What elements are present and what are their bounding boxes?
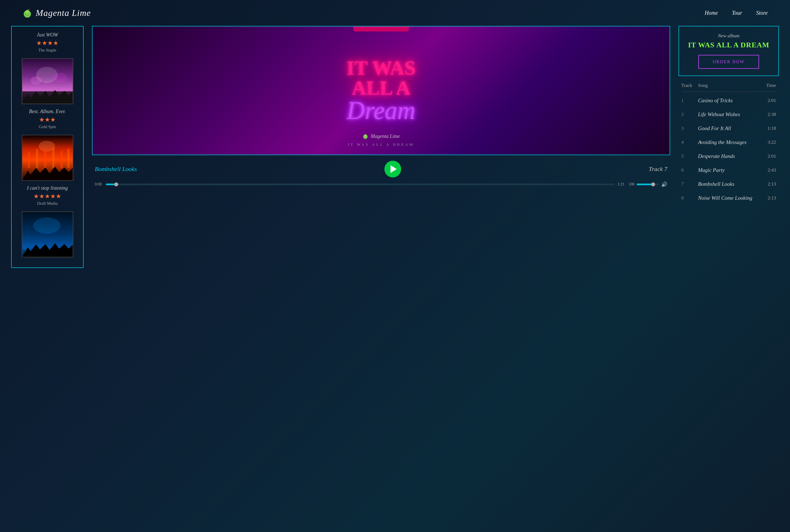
track-num: 6 xyxy=(681,167,698,173)
track-row[interactable]: 5 Desperate Hands 2:01 xyxy=(681,149,776,163)
review-2-source: Gold Spin xyxy=(16,125,79,129)
review-image-1 xyxy=(22,58,73,104)
progress-fill xyxy=(106,184,116,185)
lights-1 xyxy=(22,59,73,103)
progress-bar[interactable] xyxy=(106,184,615,185)
nav-tour[interactable]: Tour xyxy=(732,10,742,16)
review-3-title: I can't stop listening xyxy=(16,185,79,191)
sidebar: Just WOW ★★★★ The Staple xyxy=(11,26,84,268)
track-time: 2:13 xyxy=(759,195,776,201)
logo-text: Magenta Lime xyxy=(36,8,91,18)
review-3-source: Draft Media xyxy=(16,201,79,206)
track-row[interactable]: 8 Noise Will Come Looking 2:13 xyxy=(681,191,776,205)
album-cover-container: IT WAS ALL A Dream Magenta Lime IT WAS A… xyxy=(92,26,670,155)
review-3: I can't stop listening ★★★★★ Draft Media xyxy=(16,185,79,206)
album-cover: IT WAS ALL A Dream Magenta Lime IT WAS A… xyxy=(93,26,669,155)
volume-icon: 🔊 xyxy=(661,181,667,187)
track-song: Desperate Hands xyxy=(698,153,759,159)
svg-point-21 xyxy=(33,217,60,234)
review-2-title: Best. Album. Ever. xyxy=(16,109,79,114)
track-row[interactable]: 7 Bombshell Looks 2:13 xyxy=(681,177,776,191)
track-song: Casino of Tricks xyxy=(698,97,759,103)
neon-text: IT WAS ALL A Dream xyxy=(347,58,416,123)
svg-rect-17 xyxy=(60,151,62,168)
review-1: Just WOW ★★★★ The Staple xyxy=(16,32,79,53)
track-row[interactable]: 6 Magic Party 2:43 xyxy=(681,163,776,177)
track-row[interactable]: 1 Casino of Tricks 2:01 xyxy=(681,94,776,108)
track-time: 1:18 xyxy=(759,126,776,131)
new-album-box: New album IT WAS ALL A DREAM ORDER NOW xyxy=(679,26,779,76)
review-image-3 xyxy=(22,211,73,258)
svg-point-7 xyxy=(31,76,41,84)
review-1-stars: ★★★★ xyxy=(16,40,79,47)
track-row[interactable]: 3 Good For It All 1:18 xyxy=(681,121,776,135)
order-now-button[interactable]: ORDER NOW xyxy=(698,55,759,69)
track-song: Avoiding the Messages xyxy=(698,139,759,146)
svg-rect-15 xyxy=(44,150,46,168)
review-1-source: The Staple xyxy=(16,48,79,53)
review-2-stars: ★★★ xyxy=(16,116,79,124)
tracklist: Track Song Time 1 Casino of Tricks 2:01 … xyxy=(679,83,779,205)
neon-line2: ALL A xyxy=(347,78,416,98)
album-name-big: IT WAS ALL A DREAM xyxy=(685,41,773,49)
review-2: Best. Album. Ever. ★★★ Gold Spin xyxy=(16,109,79,129)
volume-fill xyxy=(637,184,654,185)
review-image-2 xyxy=(22,135,73,181)
svg-rect-14 xyxy=(36,149,38,168)
svg-rect-18 xyxy=(67,149,69,168)
play-button[interactable] xyxy=(384,161,401,177)
concert-lights-svg-1 xyxy=(22,59,73,103)
album-artist-name: Magenta Lime xyxy=(371,133,400,139)
player-row1: Bombshell Looks Track 7 xyxy=(95,161,667,177)
track-time: 2:38 xyxy=(759,112,776,117)
review-3-stars: ★★★★★ xyxy=(16,193,79,200)
track-num: 5 xyxy=(681,153,698,159)
track-num: 4 xyxy=(681,139,698,145)
concert-lights-svg-2 xyxy=(22,135,73,180)
concert-lights-svg-3 xyxy=(22,212,73,257)
track-song: Noise Will Come Looking xyxy=(698,195,759,201)
track-time: 2:01 xyxy=(759,153,776,159)
track-song: Magic Party xyxy=(698,167,759,173)
nav-store[interactable]: Store xyxy=(756,10,768,16)
logo-area: Magenta Lime xyxy=(22,8,91,18)
track-song: Good For It All xyxy=(698,125,759,131)
track-number-label: Track 7 xyxy=(649,166,667,173)
track-row[interactable]: 2 Life Without Wishes 2:38 xyxy=(681,108,776,121)
track-row[interactable]: 4 Avoiding the Messages 3:22 xyxy=(681,135,776,149)
track-num: 7 xyxy=(681,181,698,187)
nav-home[interactable]: Home xyxy=(705,10,718,16)
review-1-title: Just WOW xyxy=(16,32,79,38)
progress-thumb xyxy=(114,183,118,186)
logo-icon xyxy=(22,8,32,18)
track-num: 3 xyxy=(681,126,698,131)
album-cover-top-bar xyxy=(353,26,409,32)
svg-point-8 xyxy=(54,73,67,83)
main-nav: Home Tour Store xyxy=(705,10,768,16)
track-time: 3:22 xyxy=(759,139,776,145)
track-song: Life Without Wishes xyxy=(698,111,759,117)
volume-thumb xyxy=(651,183,655,186)
center-panel: IT WAS ALL A Dream Magenta Lime IT WAS A… xyxy=(84,26,679,190)
time-current: 0:00 xyxy=(95,182,103,187)
album-subtitle: IT WAS ALL A DREAM xyxy=(348,142,414,147)
current-track-name: Bombshell Looks xyxy=(95,166,137,173)
col-song: Song xyxy=(698,83,759,88)
player-row2: 0:00 1:21 100 🔊 xyxy=(95,181,667,187)
player-bar: Bombshell Looks Track 7 0:00 1:21 100 xyxy=(92,155,670,190)
svg-rect-13 xyxy=(27,152,30,168)
track-song: Bombshell Looks xyxy=(698,181,759,187)
col-time: Time xyxy=(759,83,776,88)
album-artist-logo: Magenta Lime xyxy=(362,133,400,139)
track-num: 2 xyxy=(681,112,698,117)
col-track: Track xyxy=(681,83,698,88)
play-icon xyxy=(390,165,397,173)
volume-bar[interactable] xyxy=(637,184,659,185)
tracklist-header: Track Song Time xyxy=(681,83,776,92)
svg-rect-16 xyxy=(52,148,54,168)
track-time: 2:01 xyxy=(759,98,776,103)
time-total: 1:21 xyxy=(618,182,626,187)
album-logo-icon xyxy=(362,133,368,139)
main-content: Just WOW ★★★★ The Staple xyxy=(0,26,790,268)
right-panel: New album IT WAS ALL A DREAM ORDER NOW T… xyxy=(679,26,779,205)
